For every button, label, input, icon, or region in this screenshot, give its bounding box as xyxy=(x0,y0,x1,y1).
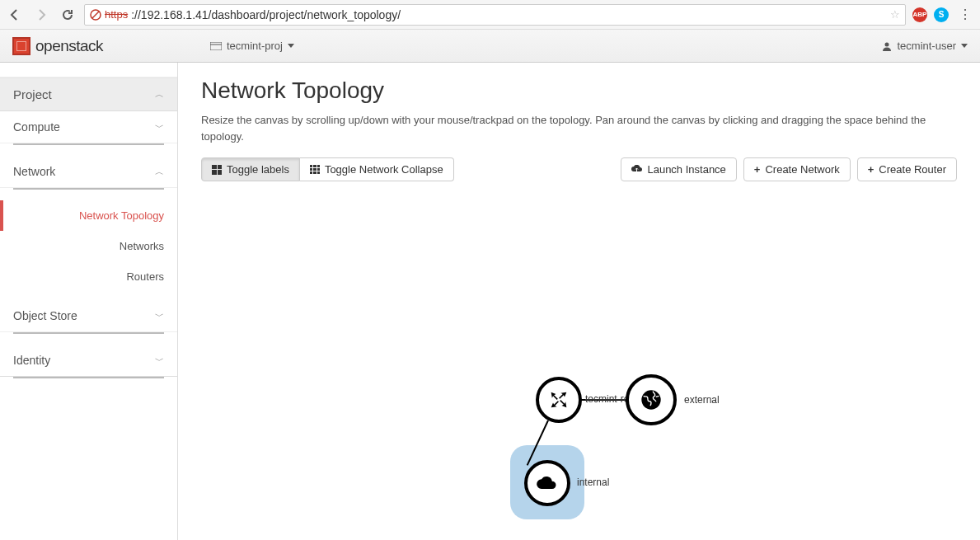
insecure-icon xyxy=(90,9,101,21)
cloud-icon xyxy=(536,472,559,495)
view-toggle-group: Toggle labels Toggle Network Collapse xyxy=(201,157,454,181)
plus-icon: + xyxy=(754,163,761,176)
globe-icon xyxy=(640,388,663,411)
sidebar-label: Network xyxy=(13,165,55,178)
launch-instance-button[interactable]: Launch Instance xyxy=(621,157,736,181)
external-label: external xyxy=(684,394,720,406)
button-label: Toggle labels xyxy=(227,163,289,176)
browser-back-button[interactable] xyxy=(5,5,25,25)
adblock-icon[interactable]: ABP xyxy=(912,7,927,22)
caret-down-icon xyxy=(288,44,294,48)
svg-point-6 xyxy=(641,390,660,409)
user-icon xyxy=(882,41,892,51)
create-router-button[interactable]: + Create Router xyxy=(857,157,957,181)
chevron-up-icon: ︿ xyxy=(155,166,164,178)
sidebar-section-compute[interactable]: Compute ﹀ xyxy=(0,111,177,143)
sidebar-item-network-topology[interactable]: Network Topology xyxy=(0,200,177,231)
sidebar-item-label: Routers xyxy=(126,270,164,283)
create-network-button[interactable]: + Create Network xyxy=(743,157,851,181)
url-scheme: https xyxy=(105,8,128,21)
svg-rect-3 xyxy=(210,42,222,50)
project-name: tecmint-proj xyxy=(227,40,283,52)
user-menu[interactable]: tecmint-user xyxy=(882,40,968,52)
button-label: Launch Instance xyxy=(647,163,725,176)
svg-line-1 xyxy=(92,12,99,18)
sidebar-section-object-store[interactable]: Object Store ﹀ xyxy=(0,300,177,332)
sidebar-label: Object Store xyxy=(13,309,77,322)
topology-node-external[interactable] xyxy=(626,374,677,425)
layers-icon xyxy=(210,42,222,50)
caret-down-icon xyxy=(961,44,968,48)
topology-node-router[interactable] xyxy=(536,377,582,423)
topology-canvas[interactable]: tecmint-router external internal xyxy=(201,181,957,528)
sidebar-item-routers[interactable]: Routers xyxy=(0,261,177,292)
browser-toolbar: https ://192.168.1.41/dashboard/project/… xyxy=(0,0,980,30)
th-icon xyxy=(310,165,320,175)
sidebar-item-networks[interactable]: Networks xyxy=(0,231,177,261)
button-label: Create Network xyxy=(765,163,839,176)
chevron-down-icon: ﹀ xyxy=(155,310,164,322)
openstack-logo-icon xyxy=(12,37,30,55)
browser-forward-button[interactable] xyxy=(31,5,51,25)
toolbar: Toggle labels Toggle Network Collapse La… xyxy=(201,157,957,181)
page-description: Resize the canvas by scrolling up/down w… xyxy=(201,112,943,144)
chevron-down-icon: ﹀ xyxy=(155,355,164,367)
url-path: ://192.168.1.41/dashboard/project/networ… xyxy=(131,8,401,21)
page-title: Network Topology xyxy=(201,77,957,104)
toggle-collapse-button[interactable]: Toggle Network Collapse xyxy=(300,157,454,181)
sidebar-section-network[interactable]: Network ︿ xyxy=(0,156,177,188)
skype-icon[interactable]: S xyxy=(934,7,949,22)
button-label: Create Router xyxy=(879,163,946,176)
internal-label: internal xyxy=(577,477,609,488)
bookmark-star-icon[interactable]: ☆ xyxy=(890,8,900,21)
plus-icon: + xyxy=(868,163,874,176)
button-label: Toggle Network Collapse xyxy=(325,163,443,176)
sidebar-label: Compute xyxy=(13,120,60,134)
sidebar-label: Project xyxy=(13,87,52,101)
sidebar-section-project[interactable]: Project ︿ xyxy=(0,77,177,111)
main-content: Network Topology Resize the canvas by sc… xyxy=(178,63,980,540)
app-header: openstack tecmint-proj tecmint-user xyxy=(0,30,980,63)
sidebar: Project ︿ Compute ﹀ Network ︿ Network To… xyxy=(0,63,178,540)
sidebar-item-label: Networks xyxy=(120,240,164,252)
user-name: tecmint-user xyxy=(897,40,956,52)
sidebar-section-identity[interactable]: Identity ﹀ xyxy=(0,345,177,377)
topology-node-internal[interactable] xyxy=(524,460,570,506)
chevron-down-icon: ﹀ xyxy=(155,121,164,134)
sidebar-label: Identity xyxy=(13,354,50,367)
svg-point-5 xyxy=(885,42,889,46)
project-selector[interactable]: tecmint-proj xyxy=(210,40,294,52)
router-icon xyxy=(547,388,570,411)
th-large-icon xyxy=(212,165,222,175)
sidebar-item-label: Network Topology xyxy=(79,209,164,222)
browser-menu-icon[interactable]: ⋮ xyxy=(955,7,975,22)
browser-reload-button[interactable] xyxy=(58,5,77,25)
svg-text:S: S xyxy=(939,10,945,19)
browser-url-bar[interactable]: https ://192.168.1.41/dashboard/project/… xyxy=(84,4,906,26)
brand-logo[interactable]: openstack xyxy=(12,37,185,55)
cloud-upload-icon xyxy=(631,165,642,174)
toggle-labels-button[interactable]: Toggle labels xyxy=(201,157,300,181)
chevron-up-icon: ︿ xyxy=(155,88,164,101)
brand-text: openstack xyxy=(35,37,103,55)
